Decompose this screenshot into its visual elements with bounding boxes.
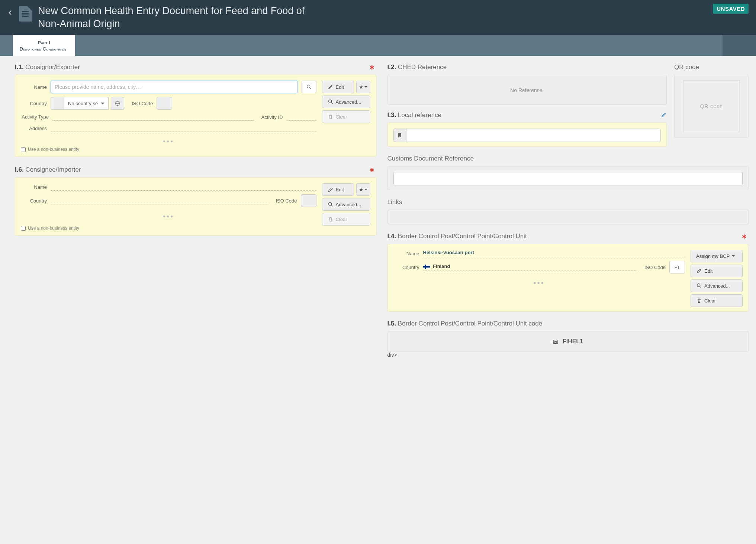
ched-reference-box: No Reference. (387, 75, 667, 105)
clear-button[interactable]: Clear (322, 213, 370, 226)
label-name: Name (21, 184, 47, 190)
edit-button[interactable]: Edit (322, 81, 354, 93)
card-links (387, 210, 749, 224)
tab-title: Part I (20, 39, 68, 46)
flag-icon (423, 265, 430, 269)
iso-code-box (157, 97, 172, 110)
ellipsis-icon[interactable]: ●●● (393, 277, 685, 288)
card-bcp: Name Helsinki-Vuosaari port Country Finl… (387, 244, 749, 312)
tab-part-i[interactable]: Part I Dispatched Consignment (13, 35, 75, 56)
svg-point-0 (307, 85, 310, 88)
right-column: I.2. CHED Reference No Reference. I.3. L… (387, 64, 749, 358)
qr-code-box: QR code (674, 75, 749, 138)
card-consignor: Name Country No country se (15, 75, 376, 157)
advanced-button[interactable]: Advanced... (322, 198, 370, 211)
card-local-reference (387, 123, 667, 147)
document-icon (19, 6, 32, 22)
local-reference-input[interactable] (406, 129, 661, 142)
non-business-checkbox[interactable] (21, 226, 26, 231)
section-i2-title: I.2. CHED Reference (387, 64, 667, 71)
bcp-country-value: Finland (423, 263, 637, 271)
ellipsis-icon[interactable]: ●●● (21, 211, 316, 222)
activity-id-value (287, 113, 316, 121)
iso-code-value: FI (669, 261, 685, 273)
section-i1-title: I.1. Consignor/Exporter (15, 64, 376, 71)
clear-button[interactable]: Clear (322, 110, 370, 123)
country-select[interactable]: No country se (64, 97, 109, 110)
qr-placeholder: QR code (683, 80, 739, 132)
label-country: Country (21, 198, 47, 204)
svg-point-2 (328, 100, 331, 103)
content-area: I.1. Consignor/Exporter Name Country (0, 56, 756, 373)
label-iso: ISO Code (276, 198, 297, 204)
advanced-button[interactable]: Advanced... (322, 95, 370, 108)
bookmark-icon (393, 129, 406, 142)
clear-button[interactable]: Clear (691, 294, 743, 307)
search-button[interactable] (302, 81, 316, 93)
bcp-name-value: Helsinki-Vuosaari port (423, 250, 685, 257)
section-i5-title: I.5. Border Control Post/Control Point/C… (387, 320, 749, 327)
back-button[interactable] (7, 6, 13, 18)
assign-bcp-button[interactable]: Assign my BCP (691, 250, 743, 262)
consignor-name-input[interactable] (51, 81, 298, 93)
consignee-country-value (51, 197, 268, 204)
card-consignee: Name Country ISO Code ●●● (15, 177, 376, 236)
label-activity-id: Activity ID (261, 114, 283, 120)
ellipsis-icon[interactable]: ●●● (21, 136, 316, 147)
section-customs-title: Customs Document Reference (387, 155, 749, 162)
label-country: Country (393, 265, 419, 270)
advanced-button[interactable]: Advanced... (691, 279, 743, 292)
edit-button[interactable]: Edit (322, 183, 354, 196)
svg-point-4 (697, 284, 700, 287)
no-reference-text: No Reference. (393, 81, 661, 100)
tab-subtitle: Dispatched Consignment (20, 46, 68, 52)
card-customs (387, 166, 749, 190)
iso-code-box (301, 194, 316, 207)
page-title: New Common Health Entry Document for Fee… (38, 4, 328, 30)
section-i6-title: I.6. Consignee/Importer (15, 166, 376, 174)
status-badge: UNSAVED (713, 4, 749, 14)
tabs: Part I Dispatched Consignment (0, 35, 756, 56)
label-iso: ISO Code (132, 101, 153, 106)
edit-button[interactable]: Edit (691, 265, 743, 277)
bcp-code-value: FIHEL1 (387, 331, 749, 352)
consignee-name-value (51, 183, 316, 191)
label-activity-type: Activity Type (21, 114, 49, 120)
section-qr-title: QR code (674, 64, 749, 71)
non-business-checkbox[interactable] (21, 147, 26, 152)
non-business-label: Use a non-business entity (28, 226, 79, 231)
svg-point-6 (554, 341, 556, 342)
label-name: Name (393, 251, 419, 256)
label-country: Country (21, 101, 47, 106)
label-address: Address (21, 126, 47, 131)
page-header: New Common Health Entry Document for Fee… (0, 0, 756, 35)
customs-reference-input[interactable] (393, 172, 743, 185)
favorite-button[interactable]: ★ (356, 183, 370, 196)
favorite-button[interactable]: ★ (356, 81, 370, 93)
svg-point-3 (328, 203, 331, 205)
section-i3-title: I.3. Local reference (387, 111, 667, 119)
activity-type-value (52, 113, 254, 121)
label-iso: ISO Code (644, 265, 666, 270)
label-name: Name (21, 84, 47, 90)
left-column: I.1. Consignor/Exporter Name Country (15, 64, 376, 358)
globe-icon (111, 97, 124, 110)
non-business-label: Use a non-business entity (28, 147, 79, 152)
address-value (51, 124, 316, 132)
edit-icon[interactable] (661, 112, 667, 119)
section-links-title: Links (387, 198, 749, 206)
section-i4-title: I.4. Border Control Post/Control Point/C… (387, 233, 749, 240)
